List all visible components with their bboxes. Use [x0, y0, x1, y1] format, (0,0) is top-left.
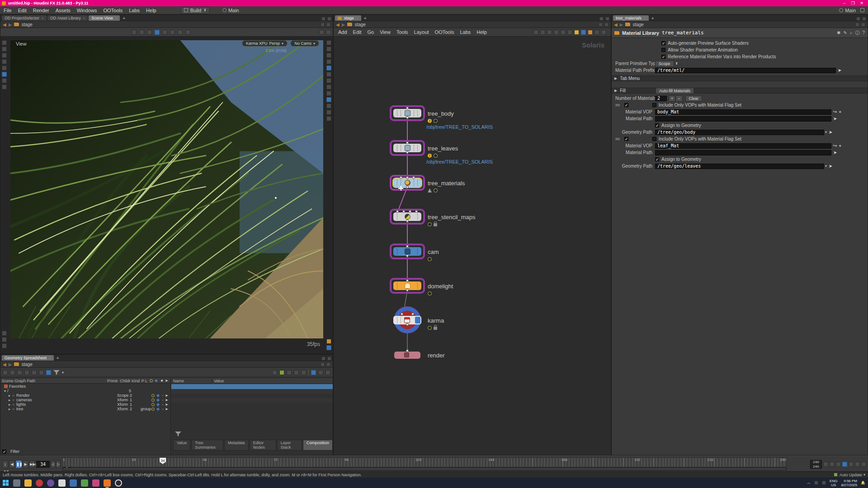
active-lop-icon[interactable] [279, 370, 284, 375]
menu-go[interactable]: Go [368, 29, 374, 35]
output-dot[interactable] [406, 151, 409, 154]
filter-checkbox[interactable]: ✓ [2, 450, 6, 454]
tab-tree-summaries[interactable]: Tree Summaries [191, 440, 223, 450]
col-visibility-icon[interactable] [155, 379, 158, 382]
back-icon[interactable]: ◀ [3, 362, 6, 367]
output-dot[interactable] [406, 289, 409, 291]
pane-split-icon[interactable] [605, 17, 609, 21]
minimize-button[interactable]: – [843, 1, 845, 5]
col-scene-graph-path[interactable]: Scene Graph Path [0, 379, 107, 383]
new-tab-button[interactable]: + [55, 356, 61, 361]
brush-icon[interactable]: ✎ [843, 30, 847, 35]
clock-app-icon[interactable] [115, 479, 122, 487]
link-icon[interactable] [46, 370, 51, 375]
render-view-icon[interactable] [326, 345, 331, 350]
start-button[interactable] [3, 480, 9, 486]
tab-composition[interactable]: Composition [303, 440, 333, 450]
col-primit[interactable]: Primit [107, 379, 120, 383]
details-col-name[interactable]: Name [171, 379, 212, 383]
tab-close-icon[interactable]: × [42, 16, 44, 20]
task-view-button[interactable] [13, 479, 20, 487]
solo-toggle[interactable] [151, 403, 155, 406]
search-icon[interactable]: ⌕ [850, 30, 853, 36]
material1-include-checkbox[interactable] [652, 103, 656, 107]
dopesheet-icon[interactable] [842, 462, 847, 467]
refvars-checkbox[interactable]: ✓ [661, 55, 665, 59]
path-pin-icon[interactable] [855, 23, 859, 27]
input-dot[interactable] [406, 279, 409, 282]
path-chooser-icon[interactable]: ➤ [833, 116, 837, 121]
frame-selection-icon[interactable] [326, 47, 331, 52]
input-dot[interactable] [406, 107, 409, 109]
input-dot[interactable] [402, 210, 405, 213]
menu-layout[interactable]: Layout [414, 29, 429, 35]
num-materials-field[interactable]: 2 [655, 96, 667, 101]
clock[interactable]: 9:56 PM 8/27/2025 [841, 479, 857, 487]
select-cursor-icon[interactable]: ➤ [165, 398, 170, 402]
menu-ootools[interactable]: OOTools [103, 8, 123, 13]
shading-mode-icon[interactable] [326, 72, 331, 77]
notification-bell-icon[interactable]: 🔔 [861, 481, 865, 485]
tab-close-icon[interactable]: × [115, 16, 118, 20]
details-filter-funnel-icon[interactable] [175, 432, 181, 436]
grid-view-icon[interactable] [554, 30, 559, 35]
visibility-toggle[interactable] [156, 408, 160, 411]
col-solo-icon[interactable] [150, 379, 153, 382]
details-empty-row[interactable] [171, 398, 333, 403]
visibility-toggle[interactable] [156, 399, 160, 402]
network-path[interactable]: stage [21, 362, 32, 367]
persp-view-icon[interactable] [326, 66, 331, 70]
tab-editor-nodes[interactable]: Editor Nodes [250, 440, 276, 450]
view-lock-icon[interactable] [326, 53, 331, 58]
gear-icon[interactable]: ✱ [837, 30, 840, 35]
tab-network-stage[interactable]: stage × [335, 15, 361, 21]
path-pin-icon[interactable] [599, 23, 603, 27]
forward-icon[interactable]: ▶ [9, 22, 12, 27]
back-icon[interactable]: ◀ [336, 22, 340, 27]
taskbar-ref-icon[interactable] [588, 30, 593, 35]
playback-range-bar[interactable] [62, 468, 787, 470]
file-explorer-icon[interactable] [24, 479, 32, 487]
network-status-icon[interactable] [814, 481, 818, 485]
tab-close-icon[interactable]: × [644, 16, 646, 20]
list-mode-icon[interactable] [547, 30, 552, 35]
solo-toggle[interactable] [151, 408, 155, 411]
timeline-ruler[interactable]: 1 24 48 72 96 120 144 168 192 216 240 34 [62, 457, 787, 467]
forward-icon[interactable]: ▶ [620, 22, 623, 27]
viewport-layout-icon[interactable] [326, 30, 331, 35]
node-comment-path[interactable]: /obj/tree/TREE_TO_SOLARIS [426, 124, 493, 130]
wireframe-icon[interactable] [326, 78, 331, 83]
pause-button[interactable]: ❚❚ [16, 460, 22, 468]
bbox-icon[interactable] [272, 370, 277, 375]
input-dot[interactable] [412, 176, 415, 179]
input-dot[interactable] [401, 313, 403, 315]
path-pin-icon[interactable] [321, 23, 325, 27]
follow-selection-icon[interactable] [17, 370, 22, 375]
help-icon[interactable]: ? [862, 30, 865, 35]
peak-icon[interactable] [2, 84, 7, 89]
realtime-toggle-icon[interactable] [836, 462, 841, 467]
network-boxes-icon[interactable] [581, 30, 586, 35]
tab-od-asset-library[interactable]: OD Asset Library × [47, 15, 88, 21]
environment-icon[interactable] [326, 110, 331, 115]
tab-menu-group[interactable]: ▶ Tab Menu [612, 75, 868, 81]
camera-tool-icon[interactable] [178, 30, 183, 35]
close-button[interactable]: ✕ [860, 1, 863, 5]
language-indicator[interactable]: ENG US [830, 479, 837, 487]
material1-include-label[interactable]: Include Only VOPs with Material Flag Set [659, 103, 741, 108]
output-dot[interactable] [406, 254, 409, 257]
menu-help[interactable]: Help [146, 8, 156, 13]
media-app-icon[interactable] [58, 479, 66, 487]
shelf-set-selector[interactable]: Main [222, 8, 239, 13]
chevron-down-icon[interactable]: ▾ [825, 130, 827, 134]
playbar-menu-icon[interactable] [861, 462, 866, 467]
expand-icon[interactable]: ▸ [9, 403, 10, 407]
path-chooser-icon[interactable]: ➤ [833, 150, 837, 155]
material1-enable-checkbox[interactable]: ✓ [624, 103, 628, 107]
desktop-selector[interactable]: Build ⬍ [181, 7, 210, 14]
overview-icon[interactable] [601, 30, 606, 35]
new-tab-button[interactable]: + [121, 16, 127, 21]
node-label[interactable]: tree_body [428, 110, 454, 117]
col-kind[interactable]: Kind [132, 379, 142, 383]
sliders-icon[interactable] [24, 370, 29, 375]
